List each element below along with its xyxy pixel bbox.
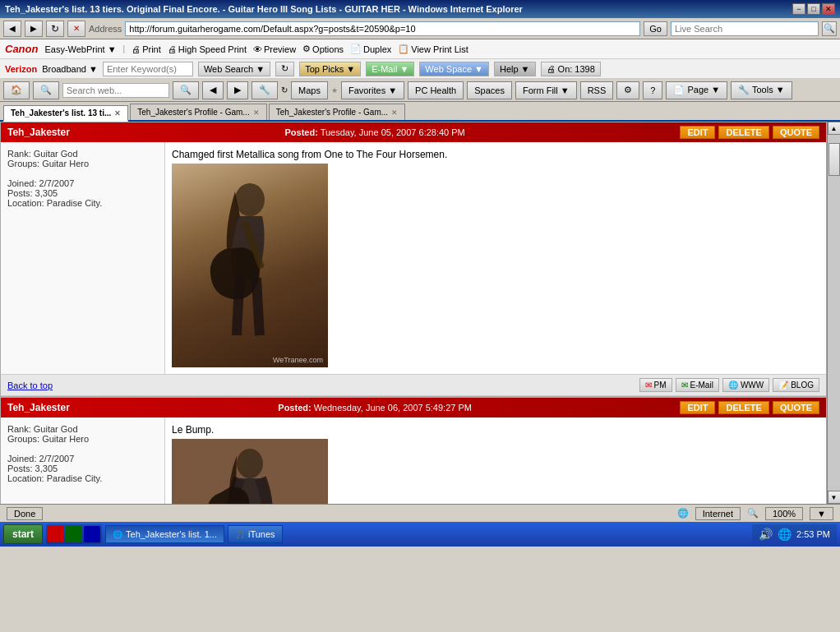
scrollbar[interactable]: ▲ ▼ [827, 122, 840, 504]
email-button[interactable]: E-Mail ▼ [366, 62, 414, 76]
preview-button[interactable]: 👁 Preview [253, 44, 296, 54]
web-search-input[interactable] [62, 83, 169, 98]
scroll-track[interactable] [828, 135, 841, 491]
post-2-header: Teh_Jakester Posted: Wednesday, June 06,… [1, 398, 826, 417]
search-submit-button[interactable]: 🔍 [173, 81, 199, 99]
view-print-list-button[interactable]: 📋 View Print List [398, 44, 468, 54]
pc-health-button[interactable]: PC Health [408, 81, 464, 99]
post-1-text: Chamged first Metallica song from One to… [172, 149, 819, 160]
post-2-content: Le Bump. [165, 417, 826, 504]
post-1-image: WeTranee.com [172, 164, 328, 367]
toolbar-divider: | [123, 44, 126, 53]
refresh-verizon-button[interactable]: ↻ [275, 62, 294, 76]
restore-button[interactable]: □ [807, 3, 820, 15]
post-2-delete-button[interactable]: DELETE [718, 401, 768, 414]
quicklaunch-icon-2[interactable] [66, 526, 82, 542]
post-1-www-button[interactable]: 🌐 WWW [722, 378, 769, 392]
post-1-footer: Back to top ✉ PM ✉ E-Mail 🌐 WWW 📝 BLOG [1, 375, 826, 396]
help-button[interactable]: Help ▼ [494, 62, 536, 76]
post-1-email-button[interactable]: ✉ E-Mail [676, 378, 719, 392]
go-button[interactable]: Go [644, 21, 667, 36]
tab-close-0[interactable]: ✕ [114, 109, 121, 118]
svg-point-0 [235, 183, 265, 216]
print-button[interactable]: 🖨 Print [132, 44, 161, 54]
close-button[interactable]: ✕ [822, 3, 835, 15]
tools-menu-button[interactable]: 🔧 Tools ▼ [731, 81, 792, 99]
post-2-location: Location: Paradise City. [7, 473, 158, 483]
taskbar-item-1[interactable]: 🎵 iTunes [228, 525, 283, 543]
spaces-button[interactable]: Spaces [467, 81, 512, 99]
tab-close-2[interactable]: ✕ [391, 108, 398, 117]
form-fill-button[interactable]: Form Fill ▼ [515, 81, 577, 99]
tabs-bar: Teh_Jakester's list. 13 ti... ✕ Teh_Jake… [0, 102, 840, 122]
verizon-broadband-label[interactable]: Broadband ▼ [42, 64, 98, 74]
post-2-quote-button[interactable]: QUOTE [773, 401, 819, 414]
address-input[interactable] [125, 21, 640, 36]
post-1-actions: EDIT DELETE QUOTE [680, 126, 819, 139]
forward-button[interactable]: ▶ [25, 21, 43, 37]
post-1-delete-button[interactable]: DELETE [718, 126, 768, 139]
rss-button[interactable]: RSS [580, 81, 614, 99]
watermark-text: WeTranee.com [273, 356, 323, 364]
web-space-button[interactable]: Web Space ▼ [419, 62, 489, 76]
taskbar-item-0-label: Teh_Jakester's list. 1... [126, 529, 217, 539]
maps-button[interactable]: Maps [291, 81, 328, 99]
duplex-button[interactable]: 📄 Duplex [350, 44, 391, 54]
back-std-button[interactable]: ◀ [202, 81, 224, 99]
post-2-image-inner [172, 439, 328, 504]
easy-webprint-button[interactable]: Easy-WebPrint ▼ [44, 44, 116, 54]
post-1-quote-button[interactable]: QUOTE [773, 126, 819, 139]
window-controls[interactable]: − □ ✕ [792, 3, 835, 15]
on-button[interactable]: 🖨 On: 1398 [541, 62, 601, 76]
post-2-edit-button[interactable]: EDIT [680, 401, 715, 414]
top-picks-button[interactable]: Top Picks ▼ [299, 62, 361, 76]
tools-std-button[interactable]: 🔧 [252, 81, 278, 99]
zone-text: Internet [695, 507, 741, 520]
help-std-button[interactable]: ? [643, 81, 662, 99]
post-2: Teh_Jakester Posted: Wednesday, June 06,… [0, 397, 827, 504]
stop-button[interactable]: ✕ [67, 21, 85, 37]
favorites-button[interactable]: Favorites ▼ [341, 81, 404, 99]
keyword-input[interactable] [103, 62, 193, 76]
post-1-blog-button[interactable]: 📝 BLOG [773, 378, 819, 392]
scroll-up-button[interactable]: ▲ [828, 122, 841, 135]
tab-0[interactable]: Teh_Jakester's list. 13 ti... ✕ [3, 105, 128, 122]
scroll-thumb[interactable] [828, 143, 840, 176]
scroll-down-button[interactable]: ▼ [828, 491, 841, 504]
back-to-top-link[interactable]: Back to top [7, 381, 53, 390]
standard-toolbar: 🏠 🔍 🔍 ◀ ▶ 🔧 ↻ Maps ★ Favorites ▼ PC Heal… [0, 79, 840, 102]
tab-1[interactable]: Teh_Jakester's Profile - Gam... ✕ [130, 104, 266, 120]
taskbar: start 🌐 Teh_Jakester's list. 1... 🎵 iTun… [0, 522, 840, 547]
post-2-groups: Groups: Guitar Hero [7, 434, 158, 444]
post-2-joined: Joined: 2/7/2007 [7, 454, 158, 464]
zoom-dropdown[interactable]: ▼ [810, 507, 833, 520]
quicklaunch-icon-3[interactable] [84, 526, 100, 542]
minimize-button[interactable]: − [792, 3, 805, 15]
tab-2[interactable]: Teh_Jakester's Profile - Gam... ✕ [269, 104, 405, 120]
taskbar-item-0[interactable]: 🌐 Teh_Jakester's list. 1... [105, 525, 224, 543]
zoom-text: 100% [765, 507, 803, 520]
post-1: Teh_Jakester Posted: Tuesday, June 05, 2… [0, 122, 827, 397]
page-button[interactable]: 📄 Page ▼ [666, 81, 727, 99]
search-button[interactable]: 🔍 [33, 81, 59, 99]
web-search-button[interactable]: Web Search ▼ [198, 62, 270, 76]
tab-close-1[interactable]: ✕ [253, 108, 260, 117]
start-button[interactable]: start [3, 524, 43, 544]
refresh-std-icon: ↻ [281, 85, 288, 95]
quicklaunch-icon-1[interactable] [48, 526, 64, 542]
post-2-meta: Posted: Wednesday, June 06, 2007 5:49:27… [278, 403, 472, 413]
high-speed-print-button[interactable]: 🖨 High Speed Print [168, 44, 247, 54]
post-1-edit-button[interactable]: EDIT [680, 126, 715, 139]
post-1-pm-button[interactable]: ✉ PM [639, 378, 672, 392]
search-input[interactable] [671, 21, 819, 36]
forward-std-button[interactable]: ▶ [227, 81, 248, 99]
home-button[interactable]: 🏠 [3, 81, 30, 99]
post-2-posts: Posts: 3,305 [7, 464, 158, 473]
options-button[interactable]: ⚙ Options [302, 44, 344, 54]
settings-button[interactable]: ⚙ [616, 81, 639, 99]
post-2-text: Le Bump. [172, 424, 819, 436]
refresh-button[interactable]: ↻ [46, 21, 64, 37]
post-2-image [172, 439, 328, 504]
search-go-button[interactable]: 🔍 [822, 21, 837, 36]
back-button[interactable]: ◀ [3, 21, 21, 37]
